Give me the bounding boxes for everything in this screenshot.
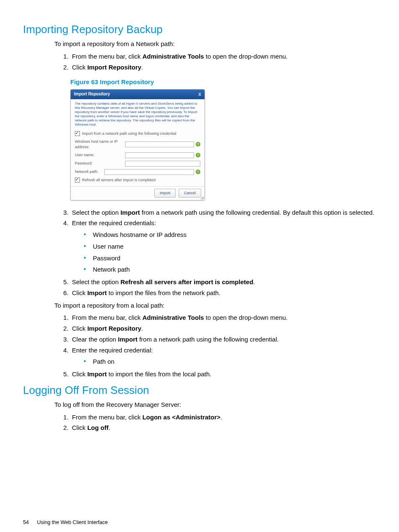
credential-list: Windows hostname or IP address User name… <box>72 230 376 274</box>
checkbox-label: Import from a network path using the fol… <box>82 131 176 136</box>
list-item: From the menu bar, click Administrative … <box>70 52 376 61</box>
list-item: Select the option Refresh all servers af… <box>70 278 376 287</box>
figure-caption: Figure 63 Import Repository <box>70 77 376 87</box>
paragraph-intro-logoff: To log off from the Recovery Manager Ser… <box>54 400 376 409</box>
steps-local-import: From the menu bar, click Administrative … <box>54 313 376 379</box>
credential-list-local: Path on <box>72 357 376 366</box>
import-button[interactable]: Import <box>154 189 176 198</box>
list-item: Click Import Repository. <box>70 63 376 72</box>
heading-importing-repository-backup: Importing Repository Backup <box>23 23 376 36</box>
checkbox-refresh-servers[interactable] <box>75 177 80 182</box>
page-footer: 54 Using the Web Client Interface <box>23 519 108 525</box>
list-item: From the menu bar, click Logon as <Admin… <box>70 413 376 422</box>
help-icon[interactable]: ? <box>196 153 200 157</box>
label-network-path: Network path: <box>75 169 104 175</box>
list-item: From the menu bar, click Administrative … <box>70 313 376 322</box>
input-network-path[interactable] <box>104 169 194 175</box>
steps-network-import-2: Select the option Import from a network … <box>54 208 376 298</box>
list-item: User name <box>84 242 376 251</box>
paragraph-intro-local: To import a repository from a local path… <box>54 301 376 310</box>
footer-title: Using the Web Client Interface <box>37 519 107 525</box>
input-username[interactable] <box>125 152 194 158</box>
page-number: 54 <box>23 519 29 525</box>
list-item: Path on <box>84 357 376 366</box>
help-icon[interactable]: ? <box>196 170 200 174</box>
label-password: Password: <box>75 161 125 166</box>
list-item: Click Import Repository. <box>70 324 376 333</box>
input-password[interactable] <box>125 161 200 167</box>
input-hostname[interactable] <box>125 141 194 147</box>
dialog-description: The repository contains data of all Hype… <box>75 102 200 127</box>
steps-network-import-1: From the menu bar, click Administrative … <box>54 52 376 72</box>
checkbox-import-network-path[interactable] <box>75 131 80 136</box>
list-item: Select the option Import from a network … <box>70 208 376 217</box>
list-item: Enter the required credentials: Windows … <box>70 218 376 274</box>
heading-logging-off-from-session: Logging Off From Session <box>23 384 376 397</box>
list-item: Enter the required credential: Path on <box>70 346 376 367</box>
list-item: Click Import to import the files from th… <box>70 370 376 379</box>
label-hostname: Windows host name or IP address: <box>75 139 125 150</box>
steps-logoff: From the menu bar, click Logon as <Admin… <box>54 413 376 433</box>
label-username: User name: <box>75 152 125 158</box>
dialog-title: Import Repository <box>74 91 110 98</box>
list-item: Click Import to import the files from th… <box>70 288 376 298</box>
list-item: Windows hostname or IP address <box>84 230 376 239</box>
resize-handle-icon[interactable] <box>200 196 204 199</box>
list-item: Click Log off. <box>70 423 376 432</box>
checkbox-label: Refresh all servers after import is comp… <box>82 177 156 183</box>
list-item: Network path <box>84 265 376 274</box>
close-icon[interactable]: x <box>198 92 201 96</box>
dialog-import-repository: Import Repository x The repository conta… <box>70 89 205 200</box>
paragraph-intro-network: To import a repository from a Network pa… <box>54 39 376 49</box>
cancel-button[interactable]: Cancel <box>179 189 201 198</box>
help-icon[interactable]: ? <box>196 142 200 146</box>
figure-import-repository-dialog: Import Repository x The repository conta… <box>70 89 376 200</box>
list-item: Clear the option Import from a network p… <box>70 335 376 344</box>
list-item: Password <box>84 254 376 263</box>
